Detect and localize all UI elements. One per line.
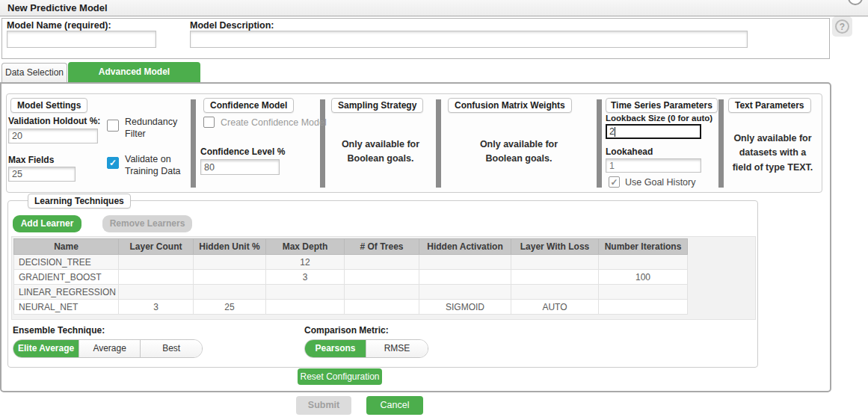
learner-value-cell <box>511 255 599 270</box>
learner-value-cell <box>119 270 194 285</box>
learner-value-cell: 12 <box>266 255 345 270</box>
section-divider <box>718 99 724 188</box>
ensemble-technique-group: Elite AverageAverageBest <box>13 339 203 358</box>
question-mark-icon: ? <box>835 19 849 34</box>
learner-value-cell <box>119 255 194 270</box>
ensemble-option-best[interactable]: Best <box>141 340 202 357</box>
learner-value-cell <box>419 285 511 300</box>
learner-value-cell <box>511 270 599 285</box>
comparison-metric-label: Comparison Metric: <box>304 325 389 336</box>
learners-table: NameLayer CountHidden Unit %Max Depth# O… <box>13 238 688 315</box>
learner-name-cell: DECISION_TREE <box>14 255 119 270</box>
learner-value-cell <box>266 285 345 300</box>
remove-learners-button: Remove Learners <box>102 215 192 232</box>
learner-row[interactable]: DECISION_TREE12 <box>14 255 688 270</box>
tab-data-selection[interactable]: Data Selection <box>1 63 67 82</box>
metric-option-rmse[interactable]: RMSE <box>366 340 428 357</box>
confusion-matrix-legend: Confusion Matrix Weights <box>448 98 572 113</box>
learner-value-cell <box>194 285 266 300</box>
learner-value-cell <box>345 285 419 300</box>
column-header[interactable]: Layer With Loss <box>511 239 599 255</box>
learning-techniques-legend: Learning Techniques <box>28 194 131 208</box>
submit-button: Submit <box>296 396 351 415</box>
advanced-configuration-panel: Model Settings Validation Holdout %: Max… <box>0 82 831 392</box>
learner-value-cell <box>345 300 419 315</box>
learner-value-cell <box>119 285 194 300</box>
use-goal-history-checkbox[interactable] <box>609 176 620 188</box>
text-cursor <box>615 127 615 137</box>
lookahead-label: Lookahead <box>606 146 653 157</box>
section-confusion-matrix: Confusion Matrix Weights Only available … <box>441 94 597 192</box>
learner-row[interactable]: LINEAR_REGRESSION <box>14 285 688 300</box>
learner-value-cell <box>419 270 511 285</box>
column-header[interactable]: Max Depth <box>266 239 345 255</box>
reset-configuration-button[interactable]: Reset Configuration <box>298 368 382 385</box>
parameter-sections-row: Model Settings Validation Holdout %: Max… <box>6 93 822 193</box>
lookback-size-label: Lookback Size (0 for auto) <box>606 114 712 123</box>
validation-holdout-input[interactable] <box>8 129 98 143</box>
learners-table-container: NameLayer CountHidden Unit %Max Depth# O… <box>11 236 756 320</box>
learner-row[interactable]: NEURAL_NET325SIGMOIDAUTO <box>14 300 688 315</box>
redundancy-filter-label: Redundancy Filter <box>125 117 186 140</box>
column-header[interactable]: # Of Trees <box>345 239 419 255</box>
validate-training-label: Validate on Training Data <box>125 154 189 177</box>
learner-value-cell <box>419 255 511 270</box>
section-divider <box>597 99 602 188</box>
model-description-label: Model Description: <box>190 20 274 31</box>
ensemble-option-average[interactable]: Average <box>79 340 141 357</box>
learners-table-header-row: NameLayer CountHidden Unit %Max Depth# O… <box>14 239 688 255</box>
lookback-size-input[interactable]: 2 <box>606 124 701 139</box>
confidence-level-label: Confidence Level % <box>200 146 285 157</box>
ensemble-technique-label: Ensemble Technique: <box>13 325 105 336</box>
create-confidence-label: Create Confidence Model <box>221 117 327 129</box>
learner-name-cell: LINEAR_REGRESSION <box>14 285 119 300</box>
learner-value-cell <box>194 255 266 270</box>
learner-value-cell: 100 <box>599 270 688 285</box>
column-header[interactable]: Number Iterations <box>599 239 688 255</box>
learner-name-cell: GRADIENT_BOOST <box>14 270 119 285</box>
redundancy-filter-checkbox[interactable] <box>107 120 119 132</box>
column-header[interactable]: Layer Count <box>119 239 194 255</box>
help-button[interactable]: ? <box>832 16 852 37</box>
confidence-level-input[interactable] <box>200 159 280 175</box>
comparison-metric-group: PearsonsRMSE <box>304 339 428 358</box>
dialog-title: New Predictive Model <box>7 2 108 13</box>
learner-value-cell <box>599 300 688 315</box>
tab-advanced-model-configuration[interactable]: Advanced Model Configuration <box>68 62 200 82</box>
learner-value-cell: 3 <box>119 300 194 315</box>
text-parameters-legend: Text Parameters <box>728 98 811 113</box>
confidence-model-legend: Confidence Model <box>203 98 294 113</box>
column-header[interactable]: Name <box>14 239 119 255</box>
learner-value-cell <box>511 285 599 300</box>
lookahead-input[interactable] <box>606 158 701 173</box>
model-info-panel: Model Name (required): Model Description… <box>1 18 830 59</box>
sampling-strategy-legend: Sampling Strategy <box>331 98 423 113</box>
validate-training-checkbox[interactable] <box>107 157 119 169</box>
learner-value-cell <box>345 270 419 285</box>
learner-value-cell <box>599 285 688 300</box>
create-confidence-checkbox[interactable] <box>203 117 215 128</box>
learner-value-cell: 3 <box>266 270 345 285</box>
cancel-button[interactable]: Cancel <box>366 396 423 415</box>
ensemble-option-elite-average[interactable]: Elite Average <box>13 340 79 357</box>
use-goal-history-label: Use Goal History <box>625 177 695 189</box>
learner-value-cell: AUTO <box>511 300 599 315</box>
learner-value-cell <box>345 255 419 270</box>
add-learner-button[interactable]: Add Learner <box>13 215 81 232</box>
learner-name-cell: NEURAL_NET <box>14 300 119 315</box>
max-fields-input[interactable] <box>8 167 76 182</box>
time-series-legend: Time Series Parameters <box>606 98 718 113</box>
learner-row[interactable]: GRADIENT_BOOST3100 <box>14 270 688 285</box>
section-model-settings: Model Settings Validation Holdout %: Max… <box>7 94 191 192</box>
model-name-label: Model Name (required): <box>7 20 111 31</box>
lookback-size-value: 2 <box>609 126 615 137</box>
section-divider <box>320 99 325 188</box>
metric-option-pearsons[interactable]: Pearsons <box>305 340 366 357</box>
column-header[interactable]: Hidden Activation <box>419 239 511 255</box>
column-header[interactable]: Hidden Unit % <box>194 239 266 255</box>
learner-value-cell <box>599 255 688 270</box>
model-description-input[interactable] <box>190 31 748 48</box>
model-name-input[interactable] <box>7 31 156 48</box>
new-predictive-model-dialog: New Predictive Model Model Name (require… <box>0 0 868 417</box>
learner-value-cell: SIGMOID <box>419 300 511 315</box>
